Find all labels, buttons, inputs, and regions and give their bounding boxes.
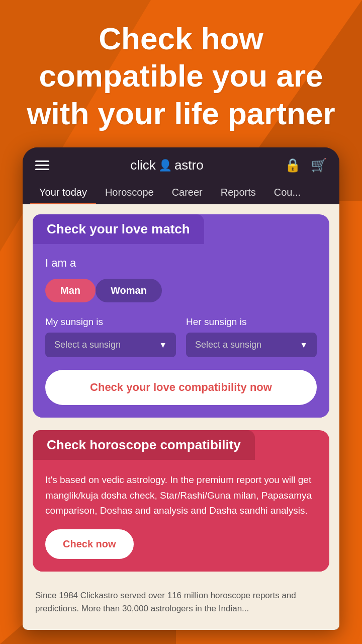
hamburger-line-1 [35, 160, 49, 162]
tab-reports[interactable]: Reports [212, 181, 265, 204]
love-match-card-body: I am a Man Woman My sunsign is Select a … [33, 244, 329, 418]
check-love-compatibility-button[interactable]: Check your love compatibility now [45, 370, 317, 405]
app-content: Check your love match I am a Man Woman M… [23, 204, 339, 630]
love-match-title: Check your love match [47, 221, 190, 236]
check-now-btn-text: Check now [63, 538, 116, 549]
app-header: click 👤 astro 🔒 🛒 [23, 147, 339, 181]
tab-horoscope[interactable]: Horoscope [96, 181, 163, 204]
love-match-card-header: Check your love match [33, 214, 204, 244]
logo-text-astro: astro [174, 157, 204, 173]
phone-mockup: click 👤 astro 🔒 🛒 Your today Horoscope C… [23, 147, 339, 630]
app-logo: click 👤 astro [130, 157, 203, 173]
horoscope-card-title: Check horoscope compatibility [47, 437, 241, 452]
horoscope-card-header: Check horoscope compatibility [33, 430, 255, 460]
her-sunsign-placeholder: Select a sunsign [195, 340, 261, 350]
header-icons: 🔒 🛒 [285, 157, 327, 173]
my-sunsign-select[interactable]: Select a sunsign ▼ [45, 333, 176, 357]
love-match-card: Check your love match I am a Man Woman M… [33, 214, 329, 418]
horoscope-description: It's based on vedic astrology. In the pr… [45, 472, 317, 518]
tab-career[interactable]: Career [163, 181, 212, 204]
her-sunsign-select[interactable]: Select a sunsign ▼ [186, 333, 317, 357]
cart-icon[interactable]: 🛒 [311, 157, 327, 173]
my-sunsign-label: My sunsign is [45, 316, 176, 328]
check-love-btn-text: Check your love compatibility now [90, 381, 272, 393]
footer-text: Since 1984 Clickastro served over 116 mi… [33, 584, 329, 620]
gender-toggle: Man Woman [45, 279, 317, 302]
logo-text-click: click [130, 157, 156, 173]
sunsign-row: My sunsign is Select a sunsign ▼ Her sun… [45, 316, 317, 357]
hero-title: Check how compatible you are with your l… [20, 20, 342, 132]
horoscope-card-body: It's based on vedic astrology. In the pr… [33, 460, 329, 572]
logo-person-icon: 👤 [158, 159, 172, 172]
hamburger-line-2 [35, 165, 49, 166]
gender-man-button[interactable]: Man [45, 279, 96, 302]
horoscope-card: Check horoscope compatibility It's based… [33, 430, 329, 572]
tab-your-today[interactable]: Your today [30, 181, 96, 204]
check-now-button[interactable]: Check now [45, 529, 134, 559]
my-sunsign-placeholder: Select a sunsign [54, 340, 121, 350]
her-sunsign-arrow-icon: ▼ [300, 341, 308, 350]
lock-icon[interactable]: 🔒 [285, 157, 301, 173]
hamburger-menu[interactable] [35, 160, 49, 170]
tab-couples[interactable]: Cou... [265, 181, 310, 204]
hamburger-line-3 [35, 169, 49, 170]
her-sunsign-label: Her sunsign is [186, 316, 317, 328]
her-sunsign-col: Her sunsign is Select a sunsign ▼ [186, 316, 317, 357]
gender-woman-button[interactable]: Woman [96, 279, 162, 302]
nav-tabs: Your today Horoscope Career Reports Cou.… [23, 181, 339, 204]
hero-section: Check how compatible you are with your l… [0, 0, 362, 147]
my-sunsign-arrow-icon: ▼ [159, 341, 167, 350]
i-am-label: I am a [45, 257, 317, 270]
my-sunsign-col: My sunsign is Select a sunsign ▼ [45, 316, 176, 357]
